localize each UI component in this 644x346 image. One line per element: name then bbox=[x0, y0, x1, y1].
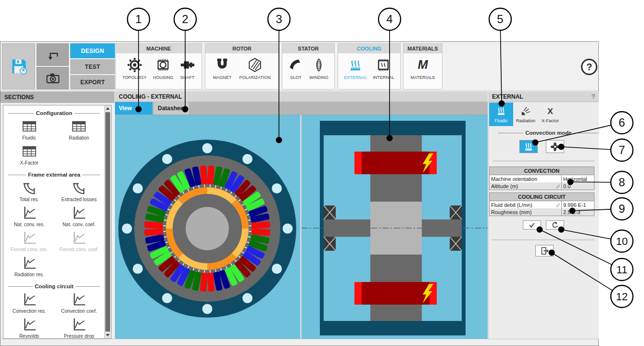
panel-tab-label: Fluidic bbox=[494, 118, 507, 123]
toolbar-group-stator: STATORSLOTWINDING bbox=[282, 43, 335, 90]
save-button[interactable]: * bbox=[2, 43, 35, 90]
view-title: COOLING - EXTERNAL bbox=[119, 93, 182, 100]
sidebar-item-label: X-Factor bbox=[20, 160, 38, 166]
undo-icon bbox=[46, 48, 60, 62]
restore-button[interactable] bbox=[546, 220, 564, 230]
svg-text:M: M bbox=[417, 58, 428, 71]
tab-view[interactable]: View bbox=[115, 102, 152, 115]
magnet-icon bbox=[215, 57, 230, 73]
tab-test[interactable]: TEST bbox=[70, 59, 115, 74]
chart-icon bbox=[22, 231, 37, 246]
tab-datasheet[interactable]: Datasheet bbox=[154, 102, 189, 115]
machine-orientation-value[interactable]: Horizontal bbox=[561, 175, 594, 182]
edit-icon bbox=[555, 203, 561, 207]
winding-icon bbox=[311, 57, 327, 73]
panel-tab-x-factor[interactable]: XX-Factor bbox=[538, 103, 562, 126]
sidebar-item-fluidic[interactable]: Fluidic bbox=[4, 119, 54, 141]
toolbar-item-label: HOUSING bbox=[153, 75, 173, 80]
fluidic-icon bbox=[496, 106, 506, 116]
callout-circle-3 bbox=[268, 8, 290, 30]
apply-button[interactable] bbox=[523, 220, 541, 230]
radiation-icon bbox=[520, 106, 531, 116]
toolbar-item-polarization[interactable]: POLARIZATION bbox=[240, 57, 271, 80]
export-button[interactable] bbox=[535, 245, 554, 256]
page: * DESIGN TEST EXPORT MACHINETOPOLOGYHOUS… bbox=[0, 0, 644, 346]
table-title: CONVECTION bbox=[490, 167, 594, 175]
edit-icon bbox=[555, 184, 561, 189]
callout-number-1: 1 bbox=[135, 13, 141, 26]
camera-icon bbox=[46, 71, 60, 86]
sidebar-item-label: Radiation res. bbox=[14, 272, 44, 277]
toolbar-item-winding[interactable]: WINDING bbox=[309, 57, 328, 80]
scroll-up-icon[interactable] bbox=[105, 105, 111, 112]
housing-icon bbox=[155, 57, 171, 73]
help-button[interactable]: ? bbox=[581, 59, 597, 75]
table-row: Fluid debit (L/mn) 9.996 E-1 bbox=[490, 201, 594, 208]
callout-circle-5 bbox=[489, 8, 511, 30]
toolbar-item-external[interactable]: EXTERNAL bbox=[344, 57, 367, 80]
toolbar-item-label: TOPOLOGY bbox=[122, 75, 146, 80]
sidebar-item-label: Forced conv. coef. bbox=[59, 247, 99, 252]
callout-circle-8 bbox=[611, 171, 633, 193]
materials-icon: M bbox=[415, 57, 430, 73]
scroll-down-icon[interactable] bbox=[105, 332, 111, 338]
fluid-debit-value[interactable]: 9.996 E-1 bbox=[561, 201, 594, 208]
roughness-value[interactable]: 2.5 E-3 bbox=[561, 208, 594, 216]
tab-design[interactable]: DESIGN bbox=[70, 43, 115, 58]
sidebar-item-convection-res[interactable]: Convection res. bbox=[4, 292, 54, 314]
toolbar-item-magnet[interactable]: MAGNET bbox=[213, 57, 232, 80]
toolbar-item-topology[interactable]: TOPOLOGY bbox=[122, 57, 146, 80]
sidebar-item-nat-conv-coef[interactable]: Nat. conv. coef. bbox=[54, 205, 104, 227]
sidebar-item-label: Reynolds bbox=[19, 333, 39, 338]
toolbar-group-machine: MACHINETOPOLOGYHOUSINGSHAFT bbox=[115, 43, 202, 90]
sidebar-item-x-factor[interactable]: X-Factor bbox=[4, 144, 54, 166]
section-group-title: Cooling circuit bbox=[8, 283, 100, 289]
sidebar-item-label: Radiation bbox=[69, 135, 89, 141]
toolbar-item-slot[interactable]: SLOT bbox=[288, 57, 303, 80]
axial-view[interactable] bbox=[302, 115, 488, 339]
sidebar-item-total-res[interactable]: Total res. bbox=[4, 180, 54, 202]
forced-convection-toggle[interactable] bbox=[546, 140, 564, 153]
radial-view[interactable] bbox=[115, 115, 300, 339]
sidebar-item-radiation-res[interactable]: Radiation res. bbox=[4, 256, 54, 277]
shaft-icon bbox=[180, 57, 195, 73]
table-row: Altitude (m) 0.0 bbox=[490, 182, 594, 190]
callout-circle-1 bbox=[127, 8, 150, 30]
tab-export[interactable]: EXPORT bbox=[70, 75, 115, 90]
sidebar-item-convection-coef[interactable]: Convection coef. bbox=[54, 292, 104, 314]
panel-help-button[interactable]: ? bbox=[592, 93, 595, 100]
toolbar-item-internal[interactable]: INTERNAL bbox=[373, 57, 394, 80]
snapshot-button[interactable] bbox=[37, 67, 69, 90]
sidebar-item-pressure-drop[interactable]: Pressure drop bbox=[54, 317, 104, 338]
panel-header: EXTERNAL ? bbox=[488, 91, 599, 102]
sidebar-item-forced-conv-coef: Forced conv. coef. bbox=[54, 231, 104, 252]
undo-button[interactable] bbox=[37, 43, 69, 66]
table-icon bbox=[22, 119, 37, 134]
toolbar-divider bbox=[0, 90, 598, 91]
toolbar-item-shaft[interactable]: SHAFT bbox=[180, 57, 195, 80]
polarization-icon bbox=[247, 57, 263, 73]
callout-number-12: 12 bbox=[616, 291, 628, 303]
panel-tab-label: X-Factor bbox=[542, 118, 559, 123]
natural-convection-toggle[interactable] bbox=[519, 140, 538, 153]
table-row: Machine orientation Horizontal bbox=[490, 175, 594, 182]
table-icon bbox=[71, 119, 87, 134]
sidebar-item-radiation[interactable]: Radiation bbox=[54, 119, 104, 141]
callout-circle-9 bbox=[611, 198, 633, 220]
sections-list: ConfigurationFluidicRadiationX-FactorFra… bbox=[3, 105, 105, 338]
scrollbar-thumb[interactable] bbox=[105, 112, 110, 332]
check-icon bbox=[528, 221, 536, 229]
altitude-value[interactable]: 0.0 bbox=[561, 182, 594, 190]
sidebar-item-extracted-losses[interactable]: Extracted losses bbox=[54, 180, 104, 202]
sidebar-item-reynolds[interactable]: Reynolds bbox=[4, 317, 54, 338]
toolbar-item-housing[interactable]: HOUSING bbox=[153, 57, 173, 80]
toolbar-group-title: ROTOR bbox=[205, 44, 278, 53]
toolbar-item-materials[interactable]: MMATERIALS bbox=[411, 57, 435, 80]
panel-tab-radiation[interactable]: Radiation bbox=[513, 103, 538, 126]
panel-tab-fluidic[interactable]: Fluidic bbox=[489, 103, 513, 126]
section-group-items: Total res.Extracted lossesNat. conv. res… bbox=[3, 179, 105, 282]
sidebar-item-nat-conv-res[interactable]: Nat. conv. res. bbox=[4, 205, 54, 227]
arc-icon bbox=[22, 180, 37, 196]
sidebar-scrollbar[interactable] bbox=[104, 105, 111, 338]
table-title: COOLING CIRCUIT bbox=[490, 193, 594, 201]
